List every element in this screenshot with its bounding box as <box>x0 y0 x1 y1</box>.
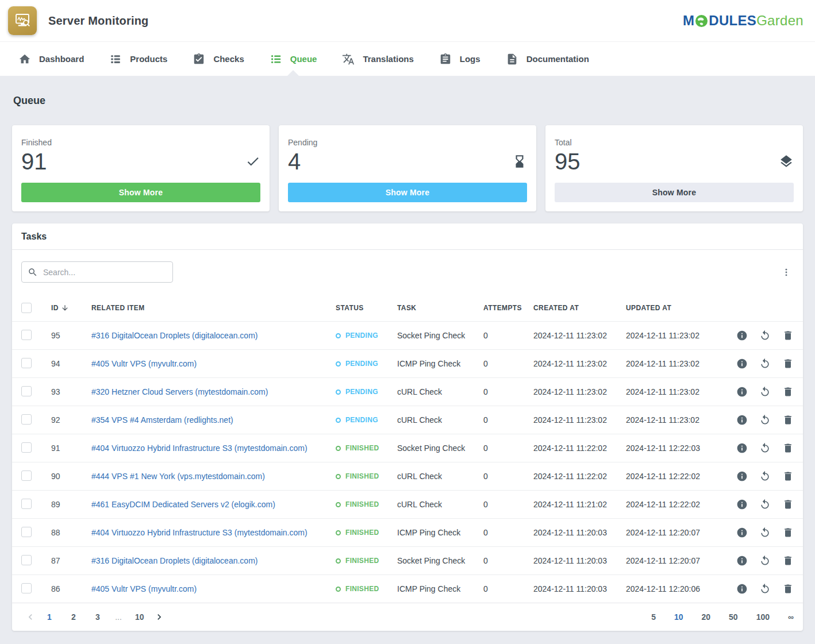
related-item-link[interactable]: #461 EasyDCIM Dedicated Servers v2 (elog… <box>91 500 275 509</box>
more-options-kebab-icon[interactable] <box>779 265 794 280</box>
status-badge: FINISHED <box>336 585 397 593</box>
retry-icon[interactable] <box>759 527 771 538</box>
search-icon <box>28 267 38 277</box>
delete-icon[interactable] <box>782 471 794 482</box>
related-item-link[interactable]: #404 Virtuozzo Hybrid Infrastructure S3 … <box>91 528 307 537</box>
page-size-button[interactable]: 10 <box>674 610 683 624</box>
nav-item-translations[interactable]: Translations <box>329 42 426 76</box>
row-checkbox[interactable] <box>21 499 32 509</box>
check-icon <box>245 154 260 169</box>
delete-icon[interactable] <box>782 583 794 595</box>
created-at: 2024-12-11 11:23:02 <box>533 415 626 425</box>
row-checkbox[interactable] <box>21 414 32 425</box>
task-id: 89 <box>51 500 91 509</box>
retry-icon[interactable] <box>759 555 771 566</box>
delete-icon[interactable] <box>782 386 794 398</box>
delete-icon[interactable] <box>782 442 794 454</box>
info-icon[interactable] <box>736 471 748 482</box>
show-more-total-button[interactable]: Show More <box>555 183 794 202</box>
created-at: 2024-12-11 11:22:02 <box>533 472 626 481</box>
total-card: Total 95 Show More <box>545 125 803 211</box>
created-at: 2024-12-11 11:20:03 <box>533 528 626 537</box>
delete-icon[interactable] <box>782 330 794 341</box>
row-checkbox[interactable] <box>21 555 32 565</box>
status-badge: PENDING <box>336 360 397 368</box>
select-all-checkbox[interactable] <box>21 303 32 313</box>
delete-icon[interactable] <box>782 499 794 510</box>
info-icon[interactable] <box>736 442 748 454</box>
nav-item-products[interactable]: Products <box>97 42 180 76</box>
nav-item-logs[interactable]: Logs <box>426 42 493 76</box>
page-size-button[interactable]: 100 <box>756 610 770 624</box>
clipboard-lines-icon <box>439 53 452 65</box>
delete-icon[interactable] <box>782 555 794 566</box>
page-size-button[interactable]: ∞ <box>788 610 794 624</box>
retry-icon[interactable] <box>759 358 771 369</box>
nav-item-queue[interactable]: Queue <box>257 42 330 76</box>
retry-icon[interactable] <box>759 442 771 454</box>
show-more-pending-button[interactable]: Show More <box>288 183 527 202</box>
info-icon[interactable] <box>736 386 748 398</box>
delete-icon[interactable] <box>782 414 794 426</box>
app-logo-icon <box>8 6 37 35</box>
page-number-button[interactable]: 1 <box>45 610 53 624</box>
retry-icon[interactable] <box>759 499 771 510</box>
search-input[interactable] <box>43 268 167 277</box>
page-size-button[interactable]: 50 <box>729 610 738 624</box>
row-checkbox[interactable] <box>21 471 32 481</box>
attempts-count: 0 <box>483 415 533 425</box>
page-size-button[interactable]: 5 <box>651 610 656 624</box>
info-icon[interactable] <box>736 330 748 341</box>
status-badge: PENDING <box>336 416 397 424</box>
row-checkbox[interactable] <box>21 527 32 537</box>
related-item-link[interactable]: #444 VPS #1 New York (vps.mytestdomain.c… <box>91 472 265 481</box>
related-item-link[interactable]: #316 DigitalOcean Droplets (digitalocean… <box>91 331 257 340</box>
status-badge: FINISHED <box>336 500 397 508</box>
attempts-count: 0 <box>483 387 533 396</box>
attempts-count: 0 <box>483 359 533 368</box>
retry-icon[interactable] <box>759 414 771 426</box>
info-icon[interactable] <box>736 583 748 595</box>
info-icon[interactable] <box>736 358 748 369</box>
row-checkbox[interactable] <box>21 442 32 453</box>
row-checkbox[interactable] <box>21 583 32 593</box>
column-header-id[interactable]: ID <box>51 304 91 312</box>
card-label: Pending <box>288 134 317 147</box>
related-item-link[interactable]: #404 Virtuozzo Hybrid Infrastructure S3 … <box>91 444 307 453</box>
page-ellipsis: ... <box>114 610 122 624</box>
page-number-button[interactable]: 2 <box>70 610 78 624</box>
info-icon[interactable] <box>736 499 748 510</box>
task-id: 88 <box>51 528 91 537</box>
related-item-link[interactable]: #405 Vultr VPS (myvultr.com) <box>91 584 197 593</box>
nav-item-checks[interactable]: Checks <box>180 42 256 76</box>
show-more-finished-button[interactable]: Show More <box>21 183 260 202</box>
status-badge: PENDING <box>336 331 397 340</box>
related-item-link[interactable]: #405 Vultr VPS (myvultr.com) <box>91 359 197 368</box>
retry-icon[interactable] <box>759 583 771 595</box>
page-size-button[interactable]: 20 <box>702 610 711 624</box>
updated-at: 2024-12-11 12:20:07 <box>626 528 731 537</box>
info-icon[interactable] <box>736 527 748 538</box>
row-checkbox[interactable] <box>21 330 32 340</box>
row-checkbox[interactable] <box>21 386 32 396</box>
app-title: Server Monitoring <box>48 14 149 28</box>
previous-page-chevron-icon[interactable] <box>24 610 37 624</box>
updated-at: 2024-12-11 11:23:02 <box>626 387 731 396</box>
next-page-chevron-icon[interactable] <box>152 610 166 624</box>
related-item-link[interactable]: #320 Hetzner Cloud Servers (mytestdomain… <box>91 387 268 396</box>
delete-icon[interactable] <box>782 358 794 369</box>
related-item-link[interactable]: #316 DigitalOcean Droplets (digitalocean… <box>91 556 257 565</box>
retry-icon[interactable] <box>759 471 771 482</box>
row-checkbox[interactable] <box>21 358 32 368</box>
info-icon[interactable] <box>736 555 748 566</box>
info-icon[interactable] <box>736 414 748 426</box>
retry-icon[interactable] <box>759 386 771 398</box>
retry-icon[interactable] <box>759 330 771 341</box>
nav-item-dashboard[interactable]: Dashboard <box>6 42 97 76</box>
related-item-link[interactable]: #354 VPS #4 Amsterdam (redlights.net) <box>91 415 233 425</box>
delete-icon[interactable] <box>782 527 794 538</box>
page-number-button[interactable]: 3 <box>94 610 102 624</box>
created-at: 2024-12-11 11:23:02 <box>533 359 626 368</box>
page-number-button[interactable]: 10 <box>135 610 144 624</box>
nav-item-documentation[interactable]: Documentation <box>493 42 602 76</box>
